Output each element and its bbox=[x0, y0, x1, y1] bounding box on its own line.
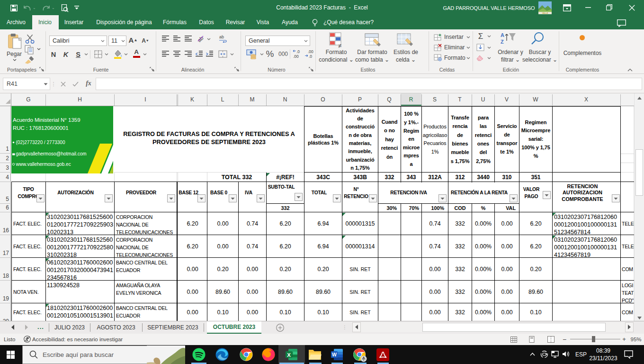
svg-text:W: W bbox=[332, 352, 337, 357]
svg-text:X: X bbox=[287, 352, 291, 358]
